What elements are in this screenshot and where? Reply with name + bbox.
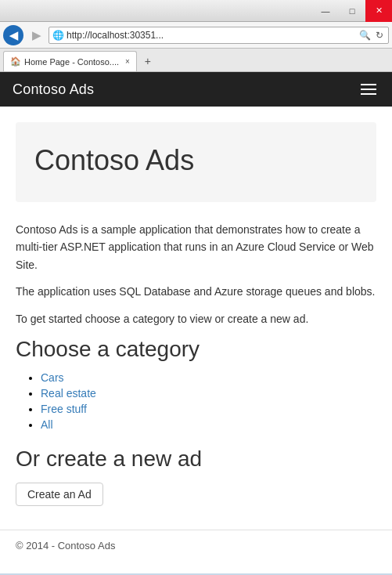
tab-close-button[interactable]: ×	[125, 57, 130, 66]
back-button[interactable]: ◀	[3, 25, 23, 45]
category-link-all[interactable]: All	[41, 418, 53, 431]
category-list: Cars Real estate Free stuff All	[16, 371, 376, 431]
create-ad-button[interactable]: Create an Ad	[16, 483, 103, 506]
window-chrome: — □ ✕ ◀ ▶ 🌐 http://localhost:30351... 🔍 …	[0, 0, 392, 72]
navbar-brand: Contoso Ads	[13, 81, 94, 98]
new-tab-button[interactable]: +	[139, 52, 156, 70]
main-content: Contoso Ads Contoso Ads is a sample appl…	[0, 122, 392, 530]
navbar-toggle-button[interactable]	[358, 81, 379, 98]
list-item: Real estate	[41, 387, 376, 400]
description-para-3: To get started choose a category to view…	[16, 310, 376, 327]
maximize-button[interactable]: □	[339, 0, 365, 22]
navbar: Contoso Ads	[0, 72, 392, 107]
list-item: Free stuff	[41, 403, 376, 415]
browser-content: Contoso Ads Contoso Ads Contoso Ads is a…	[0, 72, 392, 573]
hamburger-line-3	[361, 93, 376, 95]
hamburger-line-1	[361, 84, 376, 85]
category-link-real-estate[interactable]: Real estate	[41, 387, 96, 400]
create-heading: Or create a new ad	[16, 447, 376, 472]
tab-bar: 🏠 Home Page - Contoso.... × +	[0, 49, 392, 72]
address-actions: 🔍 ↻	[358, 30, 385, 41]
search-button[interactable]: 🔍	[358, 30, 372, 41]
close-button[interactable]: ✕	[365, 0, 392, 22]
hamburger-line-2	[361, 89, 376, 90]
forward-button[interactable]: ▶	[26, 25, 46, 45]
tab-favicon-icon: 🏠	[10, 56, 21, 67]
address-url-text: http://localhost:30351...	[67, 30, 358, 41]
refresh-button[interactable]: ↻	[374, 30, 385, 41]
address-input-wrap: 🌐 http://localhost:30351... 🔍 ↻	[49, 27, 389, 44]
description-para-1: Contoso Ads is a sample application that…	[16, 221, 376, 273]
address-bar: ◀ ▶ 🌐 http://localhost:30351... 🔍 ↻	[0, 22, 392, 49]
list-item: All	[41, 418, 376, 431]
jumbotron: Contoso Ads	[16, 122, 376, 202]
jumbotron-title: Contoso Ads	[34, 144, 358, 177]
footer: © 2014 - Contoso Ads	[0, 530, 392, 561]
address-lock-icon: 🌐	[52, 30, 64, 41]
category-link-free-stuff[interactable]: Free stuff	[41, 403, 87, 415]
minimize-button[interactable]: —	[312, 0, 339, 22]
list-item: Cars	[41, 371, 376, 384]
description-para-2: The application uses SQL Database and Az…	[16, 283, 376, 300]
browser-tab[interactable]: 🏠 Home Page - Contoso.... ×	[3, 51, 137, 71]
title-bar: — □ ✕	[0, 0, 392, 22]
footer-text: © 2014 - Contoso Ads	[16, 540, 115, 551]
window-controls: — □ ✕	[312, 0, 392, 22]
category-link-cars[interactable]: Cars	[41, 371, 64, 384]
tab-label: Home Page - Contoso....	[24, 57, 119, 67]
categories-heading: Choose a category	[16, 337, 376, 362]
